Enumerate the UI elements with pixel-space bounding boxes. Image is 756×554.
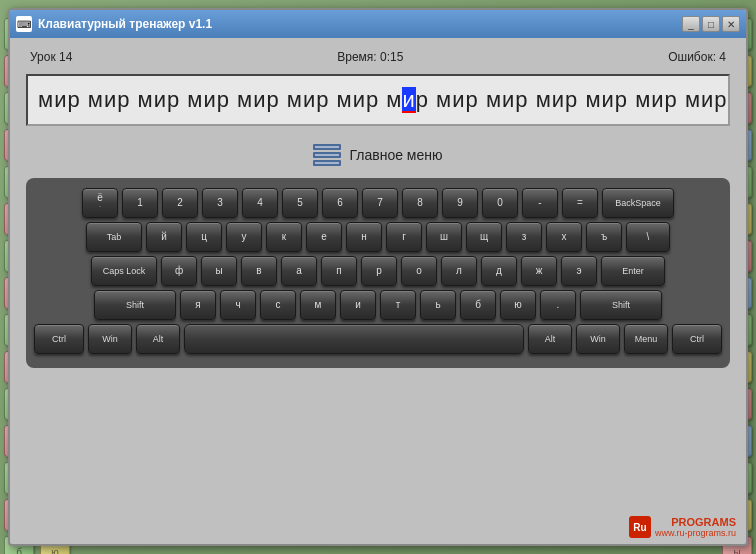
key-k[interactable]: к xyxy=(266,222,302,252)
key-backspace[interactable]: BackSpace xyxy=(602,188,674,218)
key-backtick[interactable]: ё` xyxy=(82,188,118,218)
text-display: мир мир мир мир мир мир мир мир мир мир … xyxy=(26,74,730,126)
keyboard-row-3: Caps Lock ф ы в а п р о л д ж э Enter xyxy=(34,256,722,286)
key-dot[interactable]: . xyxy=(540,290,576,320)
errors-info: Ошибок: 4 xyxy=(668,50,726,64)
watermark-brand: PROGRAMS xyxy=(655,516,736,528)
key-menu[interactable]: Menu xyxy=(624,324,668,354)
key-5[interactable]: 5 xyxy=(282,188,318,218)
keyboard-row-1: ё` 1 2 3 4 5 6 7 8 9 0 - = BackSpace xyxy=(34,188,722,218)
key-1[interactable]: 1 xyxy=(122,188,158,218)
key-u[interactable]: у xyxy=(226,222,262,252)
title-buttons: _ □ ✕ xyxy=(682,16,740,32)
key-alt-right[interactable]: Alt xyxy=(528,324,572,354)
watermark-url: www.ru-programs.ru xyxy=(655,528,736,538)
key-n[interactable]: н xyxy=(346,222,382,252)
key-0[interactable]: 0 xyxy=(482,188,518,218)
title-bar-left: ⌨ Клавиатурный тренажер v1.1 xyxy=(16,16,212,32)
key-z[interactable]: з xyxy=(506,222,542,252)
keyboard-container: ё` 1 2 3 4 5 6 7 8 9 0 - = BackSpace Tab… xyxy=(26,178,730,368)
key-3[interactable]: 3 xyxy=(202,188,238,218)
key-2[interactable]: 2 xyxy=(162,188,198,218)
close-button[interactable]: ✕ xyxy=(722,16,740,32)
key-s[interactable]: с xyxy=(260,290,296,320)
menu-icon xyxy=(313,144,341,166)
cursor-char: и xyxy=(402,87,415,113)
lesson-info: Урок 14 xyxy=(30,50,72,64)
key-e[interactable]: е xyxy=(306,222,342,252)
watermark-area: Ru PROGRAMS www.ru-programs.ru xyxy=(629,516,736,538)
keyboard-row-2: Tab й ц у к е н г ш щ з х ъ \ xyxy=(34,222,722,252)
key-8[interactable]: 8 xyxy=(402,188,438,218)
minimize-button[interactable]: _ xyxy=(682,16,700,32)
main-window: ⌨ Клавиатурный тренажер v1.1 _ □ ✕ Урок … xyxy=(8,8,748,546)
key-ctrl-right[interactable]: Ctrl xyxy=(672,324,722,354)
key-shch[interactable]: щ xyxy=(466,222,502,252)
key-alt-left[interactable]: Alt xyxy=(136,324,180,354)
key-a[interactable]: а xyxy=(281,256,317,286)
key-backslash[interactable]: \ xyxy=(626,222,670,252)
key-space[interactable] xyxy=(184,324,524,354)
key-minus[interactable]: - xyxy=(522,188,558,218)
time-info: Время: 0:15 xyxy=(337,50,403,64)
key-t[interactable]: т xyxy=(380,290,416,320)
menu-area: Главное меню xyxy=(22,136,734,178)
key-d[interactable]: д xyxy=(481,256,517,286)
key-m[interactable]: м xyxy=(300,290,336,320)
key-f[interactable]: ф xyxy=(161,256,197,286)
maximize-button[interactable]: □ xyxy=(702,16,720,32)
content-area: Урок 14 Время: 0:15 Ошибок: 4 мир мир ми… xyxy=(10,38,746,376)
key-softsgn[interactable]: ь xyxy=(420,290,456,320)
main-menu-label: Главное меню xyxy=(349,147,442,163)
text-after: р мир мир мир мир мир мир мир xyxy=(416,87,730,112)
key-6[interactable]: 6 xyxy=(322,188,358,218)
key-h[interactable]: х xyxy=(546,222,582,252)
key-equals[interactable]: = xyxy=(562,188,598,218)
watermark-logo: Ru xyxy=(629,516,651,538)
key-ctrl-left[interactable]: Ctrl xyxy=(34,324,84,354)
title-bar: ⌨ Клавиатурный тренажер v1.1 _ □ ✕ xyxy=(10,10,746,38)
key-o[interactable]: о xyxy=(401,256,437,286)
key-soft[interactable]: э xyxy=(561,256,597,286)
key-shift-right[interactable]: Shift xyxy=(580,290,662,320)
key-l[interactable]: л xyxy=(441,256,477,286)
key-7[interactable]: 7 xyxy=(362,188,398,218)
keyboard-row-4: Shift я ч с м и т ь б ю . Shift xyxy=(34,290,722,320)
watermark: Ru PROGRAMS www.ru-programs.ru xyxy=(629,516,736,538)
key-b[interactable]: б xyxy=(460,290,496,320)
key-p[interactable]: п xyxy=(321,256,357,286)
keyboard-row-5: Ctrl Win Alt Alt Win Menu Ctrl xyxy=(34,324,722,354)
typing-text: мир мир мир мир мир мир мир мир мир мир … xyxy=(38,87,730,113)
key-j[interactable]: й xyxy=(146,222,182,252)
key-sh[interactable]: ш xyxy=(426,222,462,252)
key-ya[interactable]: я xyxy=(180,290,216,320)
window-title: Клавиатурный тренажер v1.1 xyxy=(38,17,212,31)
key-zh[interactable]: ж xyxy=(521,256,557,286)
key-win-left[interactable]: Win xyxy=(88,324,132,354)
text-before: мир мир мир мир мир мир мир м xyxy=(38,87,402,112)
key-tab[interactable]: Tab xyxy=(86,222,142,252)
key-caps-lock[interactable]: Caps Lock xyxy=(91,256,157,286)
key-4[interactable]: 4 xyxy=(242,188,278,218)
key-enter[interactable]: Enter xyxy=(601,256,665,286)
key-i[interactable]: и xyxy=(340,290,376,320)
app-icon: ⌨ xyxy=(16,16,32,32)
key-9[interactable]: 9 xyxy=(442,188,478,218)
main-menu-button[interactable]: Главное меню xyxy=(313,144,442,166)
key-ch[interactable]: ч xyxy=(220,290,256,320)
key-y[interactable]: ы xyxy=(201,256,237,286)
key-v[interactable]: в xyxy=(241,256,277,286)
key-r[interactable]: р xyxy=(361,256,397,286)
key-shift-left[interactable]: Shift xyxy=(94,290,176,320)
key-hhard[interactable]: ъ xyxy=(586,222,622,252)
key-yu[interactable]: ю xyxy=(500,290,536,320)
key-g[interactable]: г xyxy=(386,222,422,252)
key-win-right[interactable]: Win xyxy=(576,324,620,354)
key-ts[interactable]: ц xyxy=(186,222,222,252)
watermark-text-block: PROGRAMS www.ru-programs.ru xyxy=(655,516,736,538)
info-bar: Урок 14 Время: 0:15 Ошибок: 4 xyxy=(22,46,734,68)
